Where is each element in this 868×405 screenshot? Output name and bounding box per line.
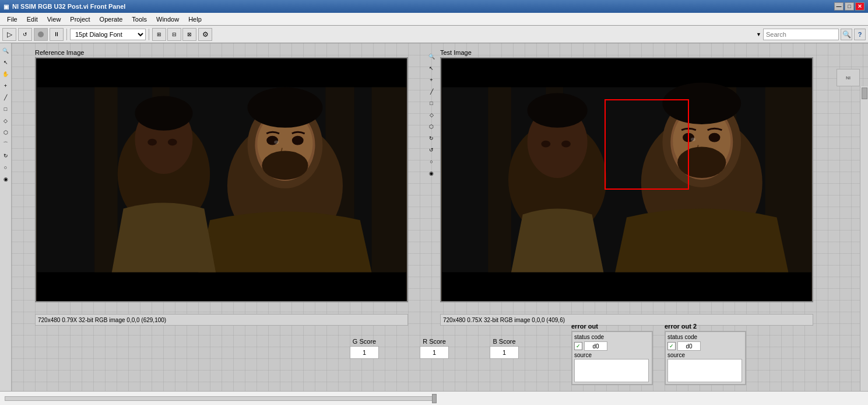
- menu-edit[interactable]: Edit: [22, 15, 43, 24]
- svg-rect-24: [488, 88, 511, 273]
- separator-1: [66, 29, 67, 40]
- dist-btn[interactable]: ⊟: [167, 28, 181, 41]
- diamond-tool[interactable]: ◇: [1, 116, 11, 126]
- test-image-panel: Test Image: [440, 49, 813, 302]
- reference-image-status: 720x480 0.79X 32-bit RGB image 0,0,0 (62…: [35, 314, 408, 326]
- status-handle[interactable]: [432, 394, 437, 403]
- right-circle-tool[interactable]: ○: [426, 156, 437, 167]
- right-toolbox: 🔍 ↖ + ╱ □ ◇ ⬡ ↻ ↺ ○ ◉: [426, 49, 437, 179]
- arc-tool[interactable]: ⌒: [1, 139, 11, 149]
- g-score-box: G Score 1: [350, 338, 379, 359]
- svg-rect-3: [94, 88, 118, 273]
- scores-area: G Score 1 R Score 1 B Score 1: [350, 338, 519, 359]
- main-content: 🔍 ↖ ✋ + ╱ □ ◇ ⬡ ⌒ ↻ ○ ◉ Reference Image: [0, 43, 868, 391]
- g-score-value: 1: [350, 346, 379, 359]
- right-diamond-tool[interactable]: ◇: [426, 110, 437, 120]
- svg-point-17: [292, 136, 304, 145]
- svg-point-9: [147, 139, 157, 146]
- test-image-display: [441, 58, 812, 301]
- menu-window[interactable]: Window: [152, 15, 184, 24]
- title-bar: ▣ NI SSIM RGB U32 Post.vi Front Panel — …: [0, 0, 868, 13]
- rect-tool[interactable]: □: [1, 104, 11, 114]
- error-out-2-inner: status code ✓ d0 source: [665, 331, 746, 385]
- menu-tools[interactable]: Tools: [127, 15, 152, 24]
- title-text: NI SSIM RGB U32 Post.vi Front Panel: [12, 3, 125, 10]
- config-btn[interactable]: ⚙: [198, 28, 212, 41]
- svg-point-18: [262, 151, 308, 180]
- reference-label: Reference Image: [35, 49, 420, 56]
- svg-rect-1: [37, 58, 406, 88]
- menu-operate[interactable]: Operate: [95, 15, 128, 24]
- test-scrollbar-h[interactable]: [441, 301, 813, 302]
- right-rect-tool[interactable]: □: [426, 98, 437, 109]
- red-selection-rect: [605, 99, 689, 190]
- error-out-2-title: error out 2: [665, 323, 746, 330]
- error-out-2-status-label: status code: [667, 334, 697, 340]
- minimize-btn[interactable]: —: [834, 2, 844, 11]
- zoom-tool[interactable]: 🔍: [1, 46, 11, 56]
- svg-point-10: [168, 139, 177, 146]
- run-arrow-btn[interactable]: ▷: [2, 28, 16, 41]
- poly-tool[interactable]: ⬡: [1, 127, 11, 138]
- circle-tool[interactable]: ○: [1, 162, 11, 173]
- reference-image-container: [35, 57, 408, 302]
- annular-tool[interactable]: ◉: [1, 174, 11, 184]
- reference-scrollbar-h[interactable]: [36, 301, 408, 302]
- svg-rect-23: [442, 272, 811, 301]
- svg-point-38: [709, 133, 721, 142]
- search-button[interactable]: 🔍: [841, 29, 852, 40]
- help-button[interactable]: ?: [854, 29, 866, 40]
- error-out-2-source: [667, 359, 742, 382]
- abort-btn[interactable]: [34, 28, 48, 41]
- cursor-tool[interactable]: ↖: [1, 57, 11, 68]
- svg-point-20: [274, 141, 279, 144]
- reference-scrollbar-v[interactable]: [407, 58, 408, 302]
- hand-tool[interactable]: ✋: [1, 69, 11, 79]
- search-area: ▼ 🔍 ?: [756, 29, 866, 40]
- r-score-label: R Score: [423, 338, 446, 345]
- svg-rect-2: [37, 272, 406, 301]
- search-dropdown-arrow: ▼: [756, 32, 761, 37]
- maximize-btn[interactable]: □: [845, 2, 854, 11]
- window-scrollbar-v[interactable]: [860, 86, 868, 391]
- error-out-1-source-label: source: [574, 352, 650, 358]
- b-score-label: B Score: [493, 338, 515, 345]
- align-btn[interactable]: ⊞: [152, 28, 166, 41]
- error-out-1-code: d0: [584, 341, 607, 351]
- menu-bar: File Edit View Project Operate Tools Win…: [0, 13, 868, 26]
- menu-file[interactable]: File: [2, 15, 22, 24]
- menu-help[interactable]: Help: [184, 15, 206, 24]
- right-arc-tool[interactable]: ↻: [426, 133, 437, 144]
- reference-image-display: [36, 58, 407, 301]
- left-toolbox: 🔍 ↖ ✋ + ╱ □ ◇ ⬡ ⌒ ↻ ○ ◉: [0, 43, 12, 391]
- right-rotate-tool[interactable]: ↺: [426, 145, 437, 155]
- menu-project[interactable]: Project: [65, 15, 94, 24]
- pause-btn[interactable]: ⏸: [50, 28, 64, 41]
- svg-point-19: [248, 88, 323, 128]
- resize-btn[interactable]: ⊠: [182, 28, 196, 41]
- close-btn[interactable]: ✕: [855, 2, 865, 11]
- test-image-container: [440, 57, 813, 302]
- rotate-tool[interactable]: ↻: [1, 151, 11, 161]
- menu-view[interactable]: View: [43, 15, 66, 24]
- crosshair-tool[interactable]: +: [1, 81, 11, 91]
- separator-2: [149, 29, 149, 40]
- error-out-2-source-label: source: [667, 352, 743, 358]
- error-out-2-code: d0: [677, 341, 701, 351]
- error-out-1-title: error out: [571, 323, 653, 330]
- right-cursor-tool[interactable]: ↖: [426, 63, 437, 74]
- right-annular-tool[interactable]: ◉: [426, 168, 437, 179]
- right-hand-tool[interactable]: +: [426, 75, 437, 85]
- line-tool[interactable]: ╱: [1, 92, 11, 103]
- svg-point-31: [561, 141, 571, 148]
- search-input[interactable]: [763, 29, 839, 40]
- run-cont-btn[interactable]: ↺: [18, 28, 32, 41]
- g-score-label: G Score: [353, 338, 376, 345]
- right-poly-tool[interactable]: ⬡: [426, 121, 437, 132]
- error-out-1: error out status code ✓ d0 source: [571, 323, 653, 385]
- right-line-tool[interactable]: ╱: [426, 86, 437, 97]
- test-scrollbar-v[interactable]: [812, 58, 813, 302]
- font-selector[interactable]: 15pt Dialog Font: [70, 29, 146, 40]
- svg-point-11: [135, 96, 192, 130]
- right-zoom-tool[interactable]: 🔍: [426, 51, 437, 62]
